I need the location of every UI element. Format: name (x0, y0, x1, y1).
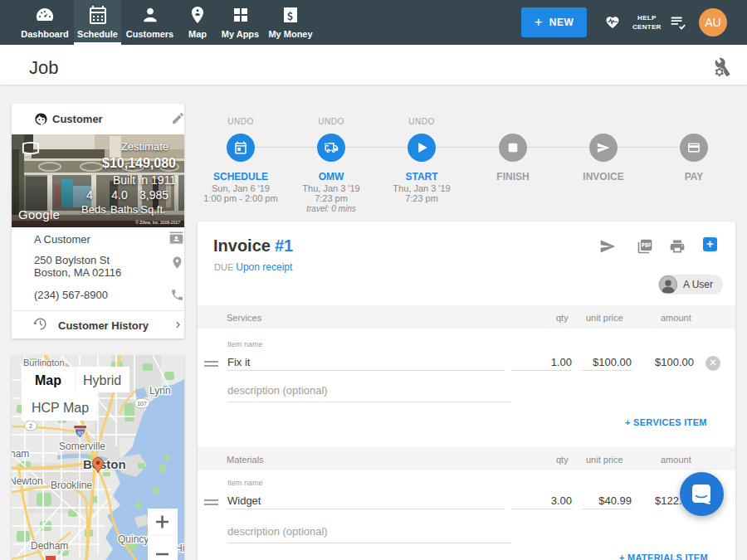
svg-text:Newton: Newton (12, 475, 43, 487)
svg-text:ham: ham (12, 448, 29, 460)
svg-text:93: 93 (77, 431, 84, 436)
svg-text:Brookline: Brookline (51, 480, 92, 491)
svg-text:Lynn: Lynn (149, 385, 171, 397)
svg-text:Dedham: Dedham (31, 540, 68, 552)
svg-text:Boston: Boston (83, 457, 126, 471)
svg-text:Quincy: Quincy (118, 533, 149, 545)
svg-text:107: 107 (137, 401, 147, 407)
svg-text:Burlington: Burlington (23, 358, 65, 368)
svg-text:Somerville: Somerville (59, 441, 105, 452)
svg-text:HCP Map: HCP Map (32, 401, 89, 415)
svg-text:Map: Map (35, 373, 61, 387)
svg-text:Hybrid: Hybrid (83, 373, 121, 387)
svg-text:2: 2 (29, 423, 32, 429)
